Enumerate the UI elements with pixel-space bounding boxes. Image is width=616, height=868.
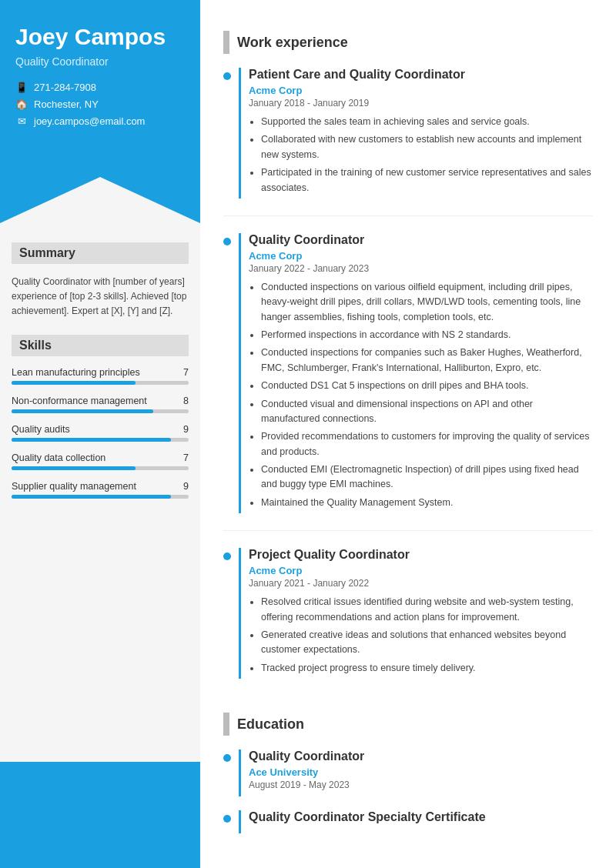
- skill-bar-fill: [12, 466, 136, 470]
- bullet-item: Conducted inspections on various oilfiel…: [261, 280, 593, 325]
- skill-item: Supplier quality management 9: [12, 481, 189, 499]
- job-title: Patient Care and Quality Coordinator: [249, 68, 593, 82]
- edu-border-bar: [239, 810, 241, 833]
- work-experience-header: Work experience: [223, 31, 593, 54]
- exp-bullets: Supported the sales team in achieving sa…: [249, 115, 593, 195]
- exp-body: Quality Coordinator Acme Corp January 20…: [249, 233, 593, 513]
- sidebar: Joey Campos Quality Coordinator 📱 271-28…: [0, 0, 200, 868]
- bullet-item: Conducted inspections for companies such…: [261, 346, 593, 376]
- company-name: Acme Corp: [249, 565, 593, 576]
- skills-section-title: Skills: [12, 335, 189, 356]
- bullet-item: Tracked project progress to ensure timel…: [261, 661, 593, 676]
- experience-item: Quality Coordinator Acme Corp January 20…: [223, 233, 593, 531]
- blue-dot: [223, 238, 231, 245]
- experience-item: Patient Care and Quality Coordinator Acm…: [223, 68, 593, 216]
- job-title: Project Quality Coordinator: [249, 548, 593, 562]
- contact-info: 📱 271-284-7908 🏠 Rochester, NY ✉ joey.ca…: [15, 82, 185, 127]
- bullet-item: Resolved critical issues identified duri…: [261, 595, 593, 625]
- skill-name: Lean manufacturing principles: [12, 367, 140, 378]
- institution-name: Ace University: [249, 766, 593, 778]
- education-section-bar: [223, 713, 229, 736]
- skills-list: Lean manufacturing principles 7 Non-conf…: [12, 367, 189, 499]
- exp-dates: January 2021 - January 2022: [249, 578, 593, 589]
- left-border-bar: [239, 548, 241, 679]
- edu-bullet-col: [223, 749, 239, 796]
- section-bar-decoration: [223, 31, 229, 54]
- edu-body: Quality Coordinator Specialty Certificat…: [249, 810, 593, 833]
- company-name: Acme Corp: [249, 85, 593, 96]
- education-item: Quality Coordinator Specialty Certificat…: [223, 810, 593, 833]
- skill-bar-bg: [12, 381, 189, 385]
- skill-bar-bg: [12, 409, 189, 413]
- skill-bar-bg: [12, 466, 189, 470]
- skill-score: 8: [183, 396, 189, 406]
- skill-bar-fill: [12, 438, 171, 442]
- bullet-col: [223, 233, 239, 513]
- candidate-name: Joey Campos: [15, 23, 185, 51]
- exp-inner: Project Quality Coordinator Acme Corp Ja…: [239, 548, 593, 679]
- skill-score: 7: [183, 452, 189, 463]
- edu-body: Quality Coordinator Ace University Augus…: [249, 749, 593, 796]
- skill-name: Supplier quality management: [12, 481, 136, 492]
- job-title: Quality Coordinator: [249, 233, 593, 247]
- email-icon: ✉: [15, 115, 28, 127]
- blue-dot: [223, 553, 231, 560]
- left-border-bar: [239, 233, 241, 513]
- edu-bullet-col: [223, 810, 239, 833]
- bullet-col: [223, 548, 239, 679]
- edu-border-bar: [239, 749, 241, 796]
- email-item: ✉ joey.campos@email.com: [15, 115, 185, 127]
- bullet-item: Collaborated with new customers to estab…: [261, 132, 593, 162]
- summary-text: Quality Coordinator with [number of year…: [12, 275, 189, 319]
- bullet-item: Participated in the training of new cust…: [261, 165, 593, 195]
- edu-dates: August 2019 - May 2023: [249, 780, 593, 790]
- bullet-item: Maintained the Quality Management System…: [261, 496, 593, 510]
- exp-body: Project Quality Coordinator Acme Corp Ja…: [249, 548, 593, 679]
- sidebar-body: Summary Quality Coordinator with [number…: [0, 223, 200, 762]
- skill-name: Quality data collection: [12, 452, 105, 463]
- chevron-shape: [0, 177, 200, 223]
- skill-bar-bg: [12, 438, 189, 442]
- edu-inner: Quality Coordinator Ace University Augus…: [239, 749, 593, 796]
- skill-item: Lean manufacturing principles 7: [12, 367, 189, 385]
- work-experience-list: Patient Care and Quality Coordinator Acm…: [223, 68, 593, 696]
- skill-bar-fill: [12, 409, 153, 413]
- exp-dates: January 2022 - January 2023: [249, 263, 593, 274]
- location-item: 🏠 Rochester, NY: [15, 98, 185, 110]
- exp-dates: January 2018 - January 2019: [249, 98, 593, 108]
- degree-title: Quality Coordinator: [249, 749, 593, 763]
- skill-name: Quality audits: [12, 424, 70, 435]
- sidebar-header: Joey Campos Quality Coordinator 📱 271-28…: [0, 0, 200, 177]
- skill-bar-fill: [12, 495, 171, 499]
- exp-bullets: Conducted inspections on various oilfiel…: [249, 280, 593, 510]
- exp-inner: Quality Coordinator Acme Corp January 20…: [239, 233, 593, 513]
- bullet-col: [223, 68, 239, 199]
- bullet-item: Conducted visual and dimensional inspect…: [261, 397, 593, 427]
- bullet-item: Conducted DS1 Cat 5 inspections on drill…: [261, 379, 593, 393]
- email-text: joey.campos@email.com: [34, 115, 145, 127]
- skill-item: Non-conformance management 8: [12, 396, 189, 413]
- skill-bar-bg: [12, 495, 189, 499]
- skill-item: Quality data collection 7: [12, 452, 189, 470]
- main-content: Work experience Patient Care and Quality…: [200, 0, 616, 868]
- chevron-decoration: [0, 177, 200, 223]
- work-experience-title: Work experience: [237, 35, 348, 51]
- bullet-item: Conducted EMI (Electromagnetic Inspectio…: [261, 462, 593, 492]
- skill-score: 9: [183, 481, 189, 492]
- degree-title: Quality Coordinator Specialty Certificat…: [249, 810, 593, 824]
- bullet-item: Generated creative ideas and solutions t…: [261, 628, 593, 658]
- company-name: Acme Corp: [249, 250, 593, 262]
- edu-inner: Quality Coordinator Specialty Certificat…: [239, 810, 593, 833]
- exp-inner: Patient Care and Quality Coordinator Acm…: [239, 68, 593, 199]
- exp-body: Patient Care and Quality Coordinator Acm…: [249, 68, 593, 199]
- education-header: Education: [223, 713, 593, 736]
- skill-score: 9: [183, 424, 189, 435]
- skill-item: Quality audits 9: [12, 424, 189, 442]
- summary-section-title: Summary: [12, 242, 189, 264]
- blue-dot: [223, 72, 231, 80]
- skill-score: 7: [183, 367, 189, 378]
- phone-item: 📱 271-284-7908: [15, 82, 185, 93]
- skill-bar-fill: [12, 381, 136, 385]
- education-title: Education: [237, 716, 304, 733]
- left-border-bar: [239, 68, 241, 199]
